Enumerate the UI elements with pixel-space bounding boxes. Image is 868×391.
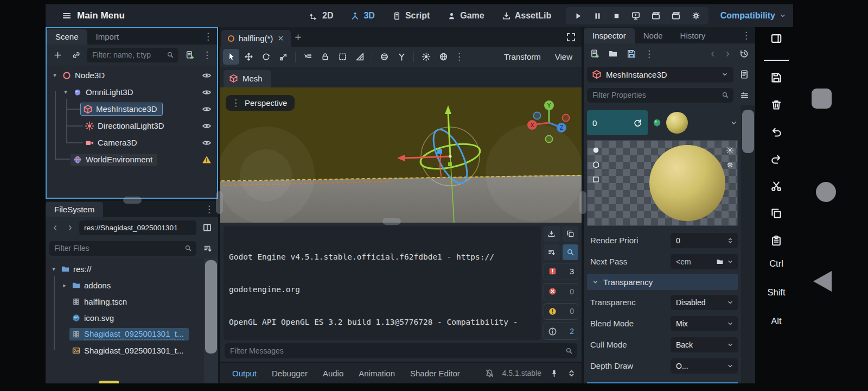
axis-orientation-gizmo[interactable]: Y X Z	[524, 97, 574, 147]
material-value-cell[interactable]	[652, 112, 738, 134]
visibility-eye-icon[interactable]	[202, 121, 212, 131]
lock-node-button[interactable]	[317, 49, 333, 65]
ruler-tool-button[interactable]	[352, 49, 368, 65]
edited-object-selector[interactable]: MeshInstance3D	[587, 67, 733, 83]
blend-mode-dropdown[interactable]: Mix	[671, 316, 738, 331]
edit-history-button[interactable]	[737, 46, 752, 61]
collapse-duplicates-button[interactable]	[544, 244, 560, 260]
dock-toggle-button[interactable]	[767, 29, 786, 48]
preview-sunlight-button[interactable]	[418, 49, 434, 65]
android-home-button[interactable]	[816, 182, 836, 202]
message-filter-input[interactable]	[229, 346, 562, 356]
file-row-halfling-tscn[interactable]: halfling.tscn	[46, 293, 218, 310]
scene-tree-row-meshinstance3d[interactable]: MeshInstance3D	[47, 100, 217, 117]
inspector-properties[interactable]: 0	[584, 105, 755, 383]
filesystem-scrollbar-handle[interactable]	[205, 260, 217, 354]
filter-messages-button[interactable]: 2	[544, 323, 578, 340]
inspector-back-button[interactable]	[706, 46, 718, 61]
collapse-chevron-icon[interactable]: ▾	[62, 89, 69, 96]
snap-toggle-button[interactable]	[376, 49, 392, 65]
perspective-menu[interactable]: ⋮ Perspective	[226, 95, 295, 111]
visibility-eye-icon[interactable]	[202, 71, 212, 80]
instance-scene-button[interactable]	[68, 47, 84, 62]
tab-history[interactable]: History	[672, 28, 714, 43]
shift-key-button[interactable]: Shift	[767, 287, 785, 298]
scene-toolbar-menu-icon[interactable]: ⋮	[200, 51, 214, 60]
remote-debug-button[interactable]	[631, 11, 641, 21]
transparency-dropdown[interactable]: Disabled	[671, 295, 738, 310]
inspector-scrollbar-track[interactable]	[741, 105, 755, 383]
ctrl-key-button[interactable]: Ctrl	[769, 258, 783, 269]
expand-panel-icon[interactable]	[567, 369, 576, 378]
save-resource-button[interactable]	[624, 46, 639, 61]
open-docs-button[interactable]	[737, 67, 752, 82]
inspector-dock-menu-icon[interactable]: ⋮	[739, 31, 755, 40]
spin-updown-icon[interactable]	[726, 237, 734, 244]
console-log[interactable]: Godot Engine v4.5.1.stable.official.f62f…	[224, 226, 541, 340]
array-index-cell[interactable]: 0	[587, 110, 648, 135]
tab-animation[interactable]: Animation	[352, 365, 401, 381]
visibility-eye-icon[interactable]	[202, 138, 212, 148]
filesystem-scrollbar-track[interactable]	[204, 258, 218, 383]
environment-settings-icon[interactable]	[726, 161, 734, 169]
preview-settings-menu-icon[interactable]: ⋮	[452, 52, 466, 61]
section-transparency[interactable]: Transparency	[587, 274, 738, 290]
scene-tree-row-directionallight3d[interactable]: DirectionalLight3D	[47, 117, 217, 134]
cut-button[interactable]	[767, 177, 786, 195]
delete-button[interactable]	[767, 96, 786, 114]
panel-splitter-handle[interactable]	[382, 218, 401, 225]
save-log-button[interactable]	[544, 226, 560, 242]
dock-splitter-handle[interactable]	[123, 197, 142, 204]
play-button[interactable]	[573, 11, 583, 21]
filter-warnings-button[interactable]: 0	[544, 303, 578, 320]
cull-mode-dropdown[interactable]: Back	[671, 337, 738, 352]
scene-filter-input[interactable]	[91, 50, 163, 60]
scene-dock-menu-icon[interactable]: ⋮	[201, 32, 217, 41]
preview-environment-button[interactable]	[435, 49, 451, 65]
redo-button[interactable]	[767, 150, 786, 168]
view-menu[interactable]: View	[548, 52, 579, 61]
main-menu-button[interactable]: Main Menu	[62, 10, 125, 21]
new-scene-tab-button[interactable]	[294, 33, 302, 41]
copy-log-button[interactable]	[563, 226, 579, 242]
notifications-muted-icon[interactable]	[485, 369, 494, 378]
history-back-button[interactable]	[49, 220, 61, 235]
rotate-tool-button[interactable]	[258, 49, 274, 65]
revert-icon[interactable]	[633, 118, 642, 128]
collapse-chevron-icon[interactable]: ▸	[61, 282, 68, 289]
file-row-shagidast-selected[interactable]: Shagidast_0925001301_t...	[46, 326, 218, 342]
collapse-chevron-icon[interactable]: ▾	[50, 266, 58, 273]
file-row-res-root[interactable]: ▾ res://	[46, 261, 218, 277]
next-pass-resource-picker[interactable]: <em	[671, 254, 738, 269]
copy-button[interactable]	[767, 204, 786, 223]
tab-import[interactable]: Import	[87, 29, 128, 45]
touch-joystick-knob[interactable]	[240, 149, 292, 201]
select-tool-button[interactable]	[223, 49, 239, 65]
sphere-preview-icon[interactable]	[592, 146, 600, 154]
attach-script-button[interactable]	[182, 47, 197, 62]
scene-tree-row-node3d[interactable]: ▾ Node3D	[47, 67, 217, 84]
tab-shader-editor[interactable]: Shader Editor	[404, 365, 467, 381]
folder-icon[interactable]	[716, 258, 724, 266]
transform-menu[interactable]: Transform	[497, 52, 547, 61]
filter-errors-button[interactable]: 0	[544, 283, 578, 300]
new-resource-button[interactable]	[587, 46, 602, 61]
movie-writer-button[interactable]	[671, 11, 681, 21]
close-icon[interactable]	[277, 35, 284, 42]
distraction-free-button[interactable]	[566, 32, 576, 42]
transform-gizmo[interactable]	[369, 87, 532, 223]
skeleton-options-button[interactable]	[393, 49, 410, 65]
stop-button[interactable]	[612, 12, 621, 20]
workspace-tab-3d[interactable]: 3D	[350, 11, 374, 21]
tab-filesystem[interactable]: FileSystem	[46, 202, 103, 217]
visibility-eye-icon[interactable]	[202, 87, 212, 97]
tab-audio[interactable]: Audio	[316, 365, 350, 381]
android-back-button[interactable]	[813, 271, 832, 292]
toggle-split-mode-button[interactable]	[200, 220, 215, 235]
current-path-box[interactable]: res://Shagidast_0925001301	[79, 220, 196, 235]
file-filter-input[interactable]	[53, 243, 181, 253]
file-row-addons[interactable]: ▸ addons	[46, 277, 218, 293]
pin-panel-icon[interactable]	[550, 369, 559, 378]
load-resource-button[interactable]	[605, 46, 621, 61]
tab-scene[interactable]: Scene	[47, 29, 87, 45]
